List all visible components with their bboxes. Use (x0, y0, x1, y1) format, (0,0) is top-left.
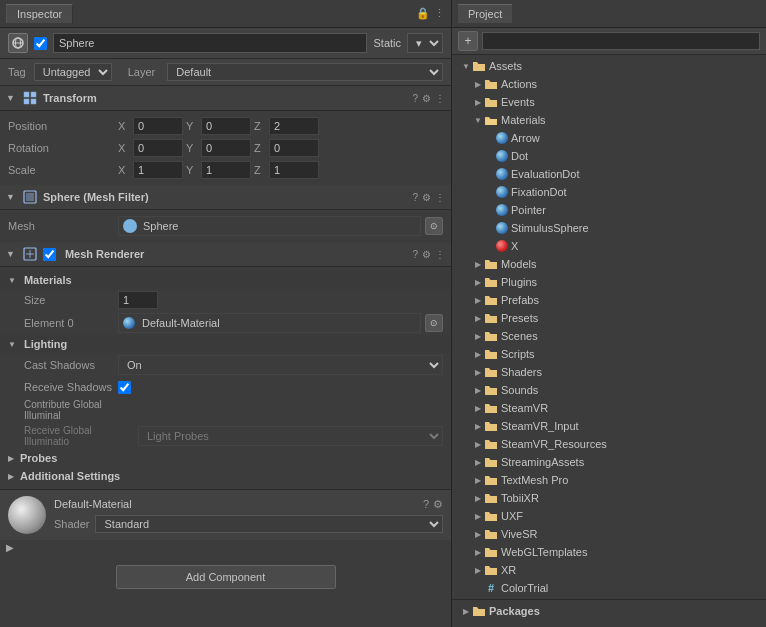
pos-x-label: X (118, 120, 130, 132)
mesh-renderer-checkbox[interactable] (43, 248, 56, 261)
rotation-y-input[interactable] (201, 139, 251, 157)
tree-item-models[interactable]: ▶ Models (452, 255, 766, 273)
probes-group[interactable]: ▶ Probes (0, 449, 451, 467)
xr-label: XR (501, 564, 516, 576)
mesh-target-btn[interactable]: ⊙ (425, 217, 443, 235)
tree-item-packages[interactable]: ▶ Packages (452, 602, 766, 620)
lock-icon[interactable]: 🔒 (416, 7, 430, 20)
materials-subsection-header[interactable]: ▼ Materials (0, 271, 451, 289)
mesh-renderer-icon (22, 246, 38, 262)
element0-target-btn[interactable]: ⊙ (425, 314, 443, 332)
tag-dropdown[interactable]: Untagged (34, 63, 112, 81)
scripts-label: Scripts (501, 348, 535, 360)
tree-item-fixationdot[interactable]: FixationDot (452, 183, 766, 201)
tree-item-colortrial[interactable]: # ColorTrial (452, 579, 766, 597)
arrow-material-icon (496, 132, 508, 144)
tree-item-scripts[interactable]: ▶ Scripts (452, 345, 766, 363)
tree-item-evaluationdot[interactable]: EvaluationDot (452, 165, 766, 183)
material-help-icon[interactable]: ? (423, 498, 429, 511)
tree-item-actions[interactable]: ▶ Actions (452, 75, 766, 93)
project-search-input[interactable] (482, 32, 760, 50)
scale-z-input[interactable] (269, 161, 319, 179)
steamvr-resources-label: SteamVR_Resources (501, 438, 607, 450)
inspector-tab[interactable]: Inspector (6, 4, 73, 23)
position-y-input[interactable] (201, 117, 251, 135)
mesh-label: Mesh (8, 220, 118, 232)
tree-item-stimulussphere[interactable]: StimulusSphere (452, 219, 766, 237)
mesh-renderer-chevron: ▼ (6, 249, 15, 259)
tree-item-vivesr[interactable]: ▶ ViveSR (452, 525, 766, 543)
mesh-filter-settings-icon[interactable]: ⚙ (422, 192, 431, 203)
tree-item-webgl[interactable]: ▶ WebGLTemplates (452, 543, 766, 561)
tree-item-plugins[interactable]: ▶ Plugins (452, 273, 766, 291)
mesh-renderer-menu-icon[interactable]: ⋮ (435, 249, 445, 260)
mesh-dropdown[interactable]: Sphere (118, 216, 421, 236)
transform-header[interactable]: ▼ Transform ? ⚙ ⋮ (0, 86, 451, 111)
transform-menu-icon[interactable]: ⋮ (435, 93, 445, 104)
rot-y-label: Y (186, 142, 198, 154)
lighting-subsection-header[interactable]: ▼ Lighting (0, 335, 451, 353)
tree-item-streaming[interactable]: ▶ StreamingAssets (452, 453, 766, 471)
scripts-chevron: ▶ (472, 350, 484, 359)
rotation-z-input[interactable] (269, 139, 319, 157)
object-name-input[interactable] (53, 33, 367, 53)
object-active-checkbox[interactable] (34, 37, 47, 50)
element0-field[interactable]: Default-Material (118, 313, 421, 333)
receive-shadows-checkbox[interactable] (118, 381, 131, 394)
tree-item-steamvr-resources[interactable]: ▶ SteamVR_Resources (452, 435, 766, 453)
tree-item-tobiixr[interactable]: ▶ TobiiXR (452, 489, 766, 507)
evaluationdot-material-icon (496, 168, 508, 180)
shader-dropdown[interactable]: Standard (95, 515, 443, 533)
tree-item-sounds[interactable]: ▶ Sounds (452, 381, 766, 399)
mesh-renderer-help-icon[interactable]: ? (412, 249, 418, 260)
tree-item-assets[interactable]: ▼ Assets (452, 57, 766, 75)
receive-gi-dropdown[interactable]: Light Probes (138, 426, 443, 446)
tree-item-dot[interactable]: Dot (452, 147, 766, 165)
static-dropdown[interactable]: ▾ (407, 33, 443, 53)
transform-settings-icon[interactable]: ⚙ (422, 93, 431, 104)
mesh-renderer-settings-icon[interactable]: ⚙ (422, 249, 431, 260)
tree-item-events[interactable]: ▶ Events (452, 93, 766, 111)
mesh-renderer-header[interactable]: ▼ Mesh Renderer ? ⚙ ⋮ (0, 242, 451, 267)
add-component-button[interactable]: Add Component (116, 565, 336, 589)
transform-help-icon[interactable]: ? (412, 93, 418, 104)
size-input[interactable] (118, 291, 158, 309)
expand-arrow[interactable]: ▶ (6, 542, 14, 553)
additional-settings-group[interactable]: ▶ Additional Settings (0, 467, 451, 485)
mesh-filter-header[interactable]: ▼ Sphere (Mesh Filter) ? ⚙ ⋮ (0, 185, 451, 210)
contribute-gi-label: Contribute Global Illuminal (8, 399, 138, 421)
materials-chevron: ▼ (8, 276, 16, 285)
transform-chevron: ▼ (6, 93, 15, 103)
tree-item-presets[interactable]: ▶ Presets (452, 309, 766, 327)
mesh-renderer-body: ▼ Materials Size Element 0 Default-Mater… (0, 267, 451, 489)
position-z-input[interactable] (269, 117, 319, 135)
material-menu-icon[interactable]: ⚙ (433, 498, 443, 511)
tree-item-uxf[interactable]: ▶ UXF (452, 507, 766, 525)
project-add-btn[interactable]: + (458, 31, 478, 51)
tree-item-x[interactable]: X (452, 237, 766, 255)
cast-shadows-dropdown[interactable]: On Off Two Sided Shadows Only (118, 355, 443, 375)
tree-item-xr[interactable]: ▶ XR (452, 561, 766, 579)
tree-item-shaders[interactable]: ▶ Shaders (452, 363, 766, 381)
position-x-input[interactable] (133, 117, 183, 135)
tree-item-pointer[interactable]: Pointer (452, 201, 766, 219)
rotation-x-input[interactable] (133, 139, 183, 157)
tree-item-arrow[interactable]: Arrow (452, 129, 766, 147)
tree-item-textmesh[interactable]: ▶ TextMesh Pro (452, 471, 766, 489)
mesh-filter-menu-icon[interactable]: ⋮ (435, 192, 445, 203)
scale-y-input[interactable] (201, 161, 251, 179)
mesh-filter-help-icon[interactable]: ? (412, 192, 418, 203)
menu-icon[interactable]: ⋮ (434, 7, 445, 20)
tree-item-prefabs[interactable]: ▶ Prefabs (452, 291, 766, 309)
layer-dropdown[interactable]: Default (167, 63, 443, 81)
tree-item-materials[interactable]: ▼ Materials (452, 111, 766, 129)
xr-chevron: ▶ (472, 566, 484, 575)
assets-folder-icon (472, 59, 486, 73)
tree-item-scenes[interactable]: ▶ Scenes (452, 327, 766, 345)
svg-rect-3 (24, 92, 29, 97)
additional-chevron: ▶ (8, 472, 14, 481)
tree-item-steamvr-input[interactable]: ▶ SteamVR_Input (452, 417, 766, 435)
scale-x-input[interactable] (133, 161, 183, 179)
tree-item-steamvr[interactable]: ▶ SteamVR (452, 399, 766, 417)
project-tab[interactable]: Project (458, 4, 512, 23)
